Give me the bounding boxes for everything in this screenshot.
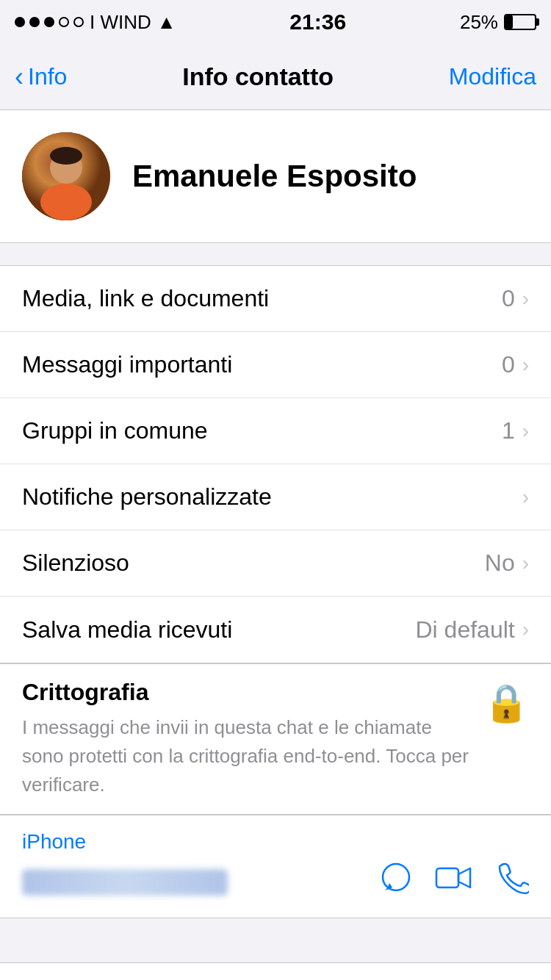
crypto-section[interactable]: Crittografia I messaggi che invii in que…	[0, 663, 551, 815]
contact-header: Emanuele Esposito	[0, 110, 551, 243]
messaggi-label: Messaggi importanti	[22, 351, 232, 378]
section-gap-2	[0, 918, 551, 940]
chevron-left-icon: ‹	[15, 62, 24, 93]
salva-label: Salva media ricevuti	[22, 616, 232, 644]
gruppi-value: 1	[502, 417, 515, 444]
signal-dot-5	[73, 17, 84, 27]
contact-name: Emanuele Esposito	[132, 159, 417, 194]
phone-number-blurred	[22, 869, 228, 896]
svg-point-5	[383, 864, 409, 890]
phone-section: iPhone	[0, 815, 551, 918]
list-item-messaggi[interactable]: Messaggi importanti 0 ›	[0, 332, 551, 398]
gruppi-right: 1 ›	[502, 417, 529, 444]
signal-dot-2	[29, 17, 40, 27]
chevron-right-icon-3: ›	[522, 419, 529, 443]
signal-dot-1	[15, 17, 25, 27]
battery-percentage: 25%	[460, 11, 498, 34]
silenzioso-right: No ›	[485, 550, 529, 577]
phone-label: iPhone	[22, 830, 529, 854]
nav-title: Info contatto	[182, 62, 334, 91]
video-action-icon[interactable]	[435, 861, 473, 903]
svg-point-2	[40, 184, 92, 220]
battery-fill	[505, 15, 513, 29]
carrier-label: I WIND	[90, 11, 151, 34]
lock-icon: 🔒	[483, 682, 529, 724]
silenzioso-label: Silenzioso	[22, 550, 129, 577]
crypto-text: Crittografia I messaggi che invii in que…	[22, 679, 469, 799]
battery-icon	[504, 14, 536, 30]
list-item-silenzioso[interactable]: Silenzioso No ›	[0, 530, 551, 597]
status-left: I WIND ▲	[15, 11, 176, 34]
section-gap-1	[0, 243, 551, 265]
message-action-icon[interactable]	[379, 861, 413, 903]
phone-action-icon[interactable]	[495, 861, 529, 903]
signal-dot-4	[59, 17, 69, 27]
nav-bar: ‹ Info Info contatto Modifica	[0, 44, 551, 110]
media-label: Media, link e documenti	[22, 285, 269, 312]
gruppi-label: Gruppi in comune	[22, 417, 208, 444]
back-label: Info	[28, 63, 67, 90]
status-bar: I WIND ▲ 21:36 25%	[0, 0, 551, 44]
phone-actions	[379, 861, 529, 903]
invia-section[interactable]: Invia messaggio	[0, 962, 551, 980]
phone-number-row	[22, 861, 529, 903]
crypto-title: Crittografia	[22, 679, 469, 706]
list-item-salva[interactable]: Salva media ricevuti Di default ›	[0, 597, 551, 663]
media-right: 0 ›	[502, 285, 529, 312]
silenzioso-value: No	[485, 550, 515, 577]
crypto-description: I messaggi che invii in questa chat e le…	[22, 713, 469, 799]
wifi-icon: ▲	[157, 11, 176, 34]
svg-rect-6	[436, 868, 458, 887]
notifiche-right: ›	[522, 486, 529, 509]
status-time: 21:36	[289, 10, 346, 35]
list-section: Media, link e documenti 0 › Messaggi imp…	[0, 265, 551, 663]
list-item-gruppi[interactable]: Gruppi in comune 1 ›	[0, 398, 551, 464]
chevron-right-icon-2: ›	[522, 353, 529, 377]
avatar	[22, 132, 110, 220]
list-item-notifiche[interactable]: Notifiche personalizzate ›	[0, 464, 551, 530]
list-item-media[interactable]: Media, link e documenti 0 ›	[0, 266, 551, 332]
signal-dots	[15, 17, 84, 27]
signal-dot-3	[44, 17, 54, 27]
messaggi-value: 0	[502, 351, 515, 378]
back-button[interactable]: ‹ Info	[15, 62, 67, 93]
notifiche-label: Notifiche personalizzate	[22, 483, 272, 511]
messaggi-right: 0 ›	[502, 351, 529, 378]
svg-point-4	[50, 147, 82, 165]
chevron-right-icon-5: ›	[522, 552, 529, 575]
media-value: 0	[502, 285, 515, 312]
edit-button[interactable]: Modifica	[449, 63, 536, 90]
salva-value: Di default	[415, 616, 514, 644]
chevron-right-icon: ›	[522, 287, 529, 311]
salva-right: Di default ›	[415, 616, 529, 644]
status-right: 25%	[460, 11, 536, 34]
avatar-image	[22, 132, 110, 220]
chevron-right-icon-6: ›	[522, 618, 529, 641]
chevron-right-icon-4: ›	[522, 486, 529, 509]
